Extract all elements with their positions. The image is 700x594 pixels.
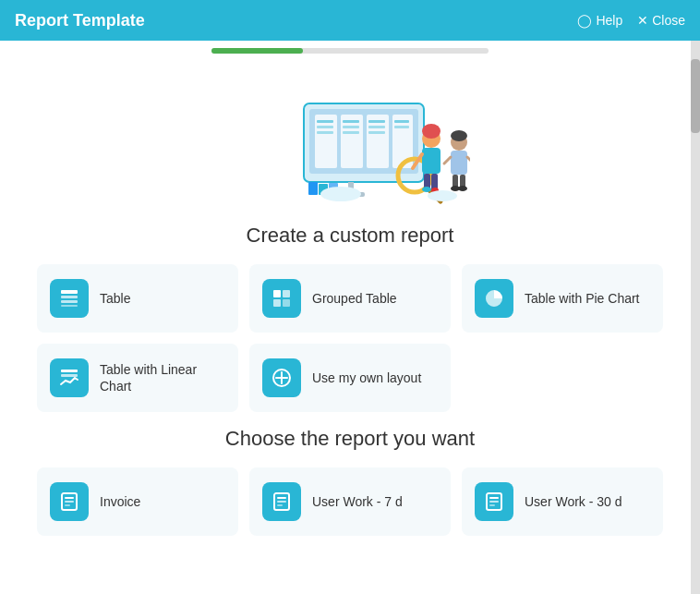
template-card-table-linear[interactable]: Table with Linear Chart (37, 344, 238, 412)
template-label-table: Table (100, 290, 130, 307)
svg-line-37 (467, 157, 470, 164)
svg-line-36 (444, 157, 451, 164)
svg-rect-38 (308, 182, 318, 195)
svg-rect-50 (283, 299, 290, 307)
svg-rect-8 (317, 131, 333, 134)
svg-rect-66 (489, 497, 499, 499)
user-work-30d-icon (475, 482, 513, 521)
progress-area (0, 41, 700, 57)
svg-rect-10 (343, 126, 359, 128)
svg-rect-53 (61, 374, 78, 377)
template-label-table-linear: Table with Linear Chart (100, 361, 225, 394)
svg-rect-62 (277, 497, 286, 499)
report-label-user-work-7d: User Work - 7 d (312, 494, 403, 509)
template-label-table-pie: Table with Pie Chart (525, 290, 640, 307)
svg-rect-58 (65, 497, 74, 499)
svg-rect-64 (277, 504, 283, 506)
table-pie-icon (475, 279, 513, 318)
svg-rect-44 (61, 296, 78, 298)
svg-rect-46 (61, 305, 78, 307)
svg-point-30 (451, 130, 467, 141)
svg-rect-23 (422, 148, 441, 174)
hero-illustration (0, 57, 700, 214)
close-button[interactable]: ✕ Close (637, 13, 685, 28)
report-label-user-work-30d: User Work - 30 d (525, 494, 622, 509)
grouped-table-icon (262, 279, 301, 318)
svg-rect-60 (65, 504, 70, 506)
template-card-grouped-table[interactable]: Grouped Table (249, 264, 451, 333)
svg-point-41 (320, 187, 361, 201)
svg-rect-13 (368, 126, 385, 128)
scrollbar[interactable] (691, 41, 700, 594)
svg-point-35 (458, 186, 467, 191)
table-icon (50, 279, 89, 318)
report-card-user-work-7d[interactable]: User Work - 7 d (249, 467, 451, 536)
svg-rect-48 (283, 290, 290, 297)
progress-track (211, 48, 489, 54)
svg-point-22 (422, 124, 441, 139)
template-card-own-layout[interactable]: Use my own layout (249, 344, 451, 412)
report-label-invoice: Invoice (100, 494, 140, 509)
template-card-table-pie[interactable]: Table with Pie Chart (462, 264, 663, 333)
svg-rect-9 (343, 120, 359, 123)
svg-rect-31 (451, 151, 467, 175)
template-card-table[interactable]: Table (37, 264, 238, 333)
svg-rect-45 (61, 300, 78, 303)
svg-rect-15 (394, 120, 409, 123)
svg-rect-12 (368, 120, 385, 123)
app-header: Report Template ◯ Help ✕ Close (0, 0, 700, 41)
template-label-own-layout: Use my own layout (312, 370, 421, 386)
help-icon: ◯ (577, 13, 592, 28)
svg-rect-63 (277, 501, 286, 503)
svg-rect-16 (394, 126, 409, 128)
svg-rect-6 (317, 120, 333, 123)
close-icon: ✕ (637, 13, 648, 28)
svg-point-42 (428, 190, 457, 201)
header-actions: ◯ Help ✕ Close (577, 13, 685, 28)
report-grid: Invoice User Work - 7 d (0, 467, 700, 536)
user-work-7d-icon (262, 482, 301, 521)
svg-rect-11 (343, 131, 359, 134)
svg-rect-14 (368, 131, 385, 134)
app-title: Report Template (15, 11, 145, 30)
svg-rect-52 (61, 370, 78, 372)
svg-rect-67 (489, 501, 499, 503)
hero-svg (230, 76, 470, 205)
template-label-grouped-table: Grouped Table (312, 290, 397, 307)
report-card-invoice[interactable]: Invoice (37, 467, 238, 536)
help-button[interactable]: ◯ Help (577, 13, 622, 28)
main-content: Create a custom report Table (0, 41, 700, 594)
create-section-title: Create a custom report (0, 224, 700, 248)
svg-point-26 (422, 187, 431, 192)
svg-rect-47 (273, 290, 281, 297)
report-card-user-work-30d[interactable]: User Work - 30 d (462, 467, 663, 536)
svg-rect-59 (65, 501, 74, 503)
svg-rect-68 (489, 504, 495, 506)
svg-rect-49 (273, 299, 281, 307)
table-linear-icon (50, 358, 89, 397)
svg-rect-7 (317, 126, 333, 128)
scrollbar-thumb[interactable] (691, 59, 700, 133)
progress-fill (211, 48, 303, 54)
invoice-icon (50, 482, 89, 521)
report-section-title: Choose the report you want (0, 427, 700, 451)
svg-rect-43 (61, 290, 78, 294)
own-layout-icon (262, 358, 301, 397)
template-grid: Table Grouped Table Table (0, 264, 700, 412)
